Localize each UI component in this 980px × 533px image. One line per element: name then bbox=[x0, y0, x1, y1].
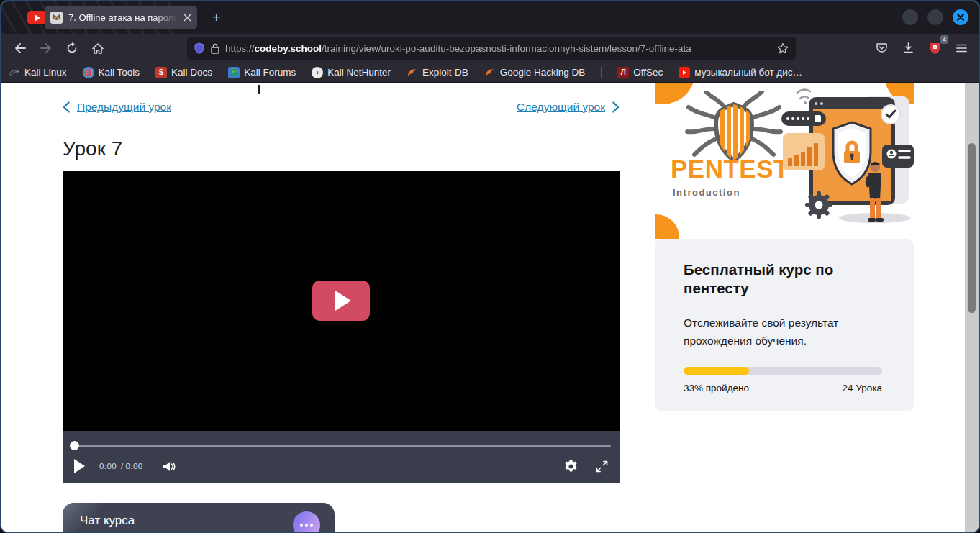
page-content: Предыдущий урок Следующий урок Урок 7 bbox=[1, 83, 979, 532]
page-scrollbar[interactable] bbox=[965, 83, 979, 532]
play-icon bbox=[335, 291, 351, 311]
maximize-button[interactable] bbox=[927, 9, 943, 25]
bookmark-exploit-db[interactable]: Exploit-DB bbox=[407, 67, 468, 78]
bookmarks-toolbar: Kali Linux ⚙ Kali Tools S Kali Docs 🐉 Ka… bbox=[1, 63, 979, 83]
video-surface[interactable] bbox=[63, 171, 620, 431]
bookmark-kali-linux[interactable]: Kali Linux bbox=[9, 67, 67, 78]
tab-title: 7. Offline атака на пароли bbox=[68, 12, 181, 23]
youtube-icon bbox=[679, 67, 690, 78]
chat-title: Чат курса bbox=[80, 514, 135, 528]
menu-hamburger-icon[interactable] bbox=[951, 38, 971, 58]
pinned-tab-youtube[interactable] bbox=[27, 11, 47, 24]
previous-lesson-link[interactable]: Предыдущий урок bbox=[63, 101, 171, 114]
bookmark-star-icon[interactable] bbox=[777, 42, 789, 54]
tab-strip: 7. Offline атака на пароли + bbox=[1, 1, 979, 34]
progress-card: Бесплатный курс по пентесту Отслеживайте… bbox=[655, 239, 914, 411]
lock-icon[interactable] bbox=[211, 43, 219, 54]
clipped-heading-descender bbox=[258, 85, 260, 94]
back-button[interactable] bbox=[10, 38, 30, 58]
scrollbar-thumb[interactable] bbox=[968, 143, 976, 313]
progress-label: 33% пройдено bbox=[684, 383, 749, 393]
chevron-right-icon bbox=[612, 101, 620, 113]
minimize-button[interactable] bbox=[902, 9, 918, 25]
google-hacking-db-icon bbox=[484, 68, 496, 78]
video-player: 0:00/0:00 bbox=[63, 171, 620, 483]
exploit-db-icon bbox=[407, 68, 418, 78]
big-play-button[interactable] bbox=[312, 281, 370, 321]
progress-fill bbox=[684, 367, 749, 375]
bookmark-offsec[interactable]: Л OffSec bbox=[617, 67, 663, 78]
kali-tools-icon: ⚙ bbox=[83, 67, 94, 78]
browser-window: 7. Offline атака на пароли + bbox=[0, 0, 980, 533]
settings-gear-icon[interactable] bbox=[564, 460, 578, 473]
card-title: Бесплатный курс по пентесту bbox=[684, 260, 863, 298]
banner-subtitle: Introduction bbox=[673, 187, 740, 198]
bookmark-kali-tools[interactable]: ⚙ Kali Tools bbox=[83, 67, 140, 78]
url-path: /training/view/uroki-po-auditu-bezopasno… bbox=[322, 43, 691, 54]
bookmark-google-hacking-db[interactable]: Google Hacking DB bbox=[484, 67, 586, 78]
extension-badge: 4 bbox=[940, 35, 948, 44]
window-controls bbox=[902, 9, 968, 25]
next-lesson-link[interactable]: Следующий урок bbox=[517, 101, 620, 114]
close-button[interactable] bbox=[953, 9, 968, 25]
progress-bar bbox=[684, 367, 882, 375]
home-button[interactable] bbox=[88, 38, 108, 58]
downloads-icon[interactable] bbox=[898, 38, 918, 58]
chat-bubble-icon[interactable] bbox=[293, 511, 320, 532]
seek-bar[interactable] bbox=[71, 445, 611, 447]
lessons-count-label: 24 Урока bbox=[843, 383, 882, 393]
tracking-protection-shield-icon[interactable] bbox=[194, 42, 204, 54]
banner-title: PENTEST bbox=[671, 155, 789, 183]
url-bar[interactable]: https://codeby.school/training/view/urok… bbox=[187, 37, 796, 60]
bookmark-kali-docs[interactable]: S Kali Docs bbox=[155, 67, 212, 78]
active-tab[interactable]: 7. Offline атака на пароли bbox=[45, 6, 197, 29]
pocket-icon[interactable] bbox=[871, 38, 891, 58]
forward-button[interactable] bbox=[36, 38, 56, 58]
tab-close-icon[interactable] bbox=[183, 14, 191, 22]
kali-docs-icon: S bbox=[155, 67, 167, 78]
fullscreen-icon[interactable] bbox=[596, 460, 608, 473]
sidebar: PENTEST Introduction bbox=[655, 83, 914, 411]
codeby-favicon-icon bbox=[50, 12, 63, 24]
page-title: Урок 7 bbox=[63, 137, 122, 160]
url-domain: codeby.school bbox=[255, 43, 322, 54]
lesson-navigation: Предыдущий урок Следующий урок bbox=[63, 101, 620, 114]
navigation-toolbar: https://codeby.school/training/view/urok… bbox=[1, 34, 979, 63]
youtube-play-icon bbox=[35, 14, 40, 22]
time-display: 0:00/0:00 bbox=[99, 462, 143, 470]
bookmark-kali-forums[interactable]: 🐉 Kali Forums bbox=[228, 67, 296, 78]
pentest-spider-logo-icon bbox=[673, 91, 795, 163]
bookmarks-separator bbox=[601, 67, 602, 78]
reload-button[interactable] bbox=[62, 38, 82, 58]
player-controls: 0:00/0:00 bbox=[63, 431, 620, 483]
new-tab-button[interactable]: + bbox=[206, 6, 227, 28]
card-description: Отслеживайте свой результат прохождения … bbox=[684, 314, 885, 350]
course-banner: PENTEST Introduction bbox=[655, 83, 914, 239]
offsec-icon: Л bbox=[617, 67, 629, 78]
course-chat-widget[interactable]: Чат курса bbox=[63, 503, 335, 532]
kali-nethunter-icon: ◖ bbox=[312, 67, 323, 78]
orange-circle-decoration bbox=[655, 214, 679, 239]
bookmark-music-bot[interactable]: музыкальный бот дис… bbox=[679, 67, 802, 78]
adblock-extension-icon[interactable]: 4 bbox=[925, 38, 945, 58]
kali-linux-icon bbox=[9, 67, 20, 78]
play-button[interactable] bbox=[74, 459, 85, 473]
bookmark-kali-nethunter[interactable]: ◖ Kali NetHunter bbox=[312, 67, 391, 78]
url-scheme: https:// bbox=[225, 43, 255, 54]
url-text: https://codeby.school/training/view/urok… bbox=[225, 43, 777, 54]
kali-forums-icon: 🐉 bbox=[228, 67, 240, 78]
security-illustration bbox=[781, 83, 914, 224]
chevron-left-icon bbox=[63, 101, 70, 113]
volume-icon[interactable] bbox=[162, 460, 176, 473]
